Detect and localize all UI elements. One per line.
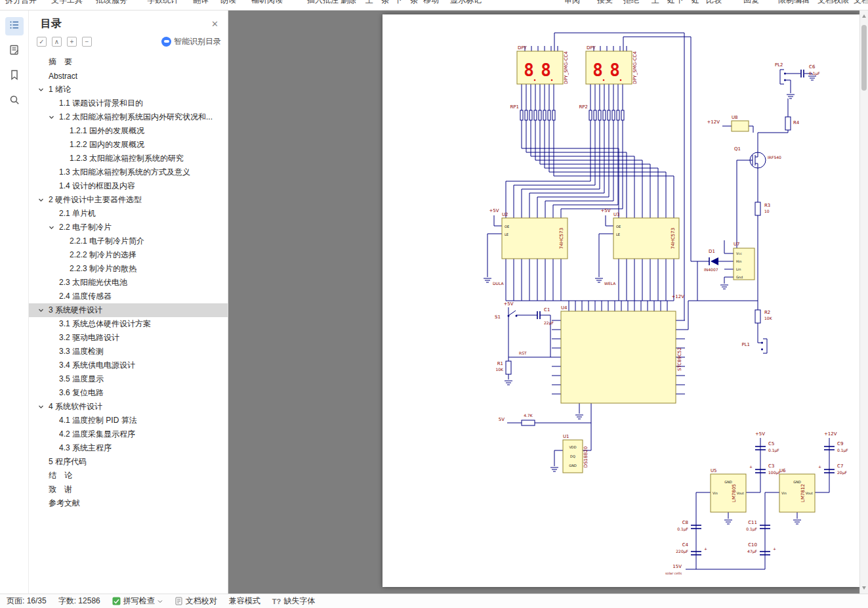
toc-item[interactable]: 5 程序代码 bbox=[29, 455, 228, 469]
toolbar-item[interactable]: 接受 bbox=[597, 0, 613, 6]
toolbar-item[interactable]: 比较 bbox=[706, 0, 722, 6]
toc-item[interactable]: 3 系统硬件设计 bbox=[29, 303, 228, 317]
label-rp1: RP1 bbox=[510, 104, 519, 110]
toolbar-item[interactable]: 文档权限 bbox=[817, 0, 849, 6]
toolbar-item[interactable]: 移动 bbox=[423, 0, 439, 6]
sidebar-bookmark-button[interactable] bbox=[5, 67, 24, 85]
chevron-down-icon[interactable] bbox=[38, 197, 49, 203]
toolbar-item[interactable]: 拒绝 bbox=[623, 0, 639, 6]
smart-toc-button[interactable]: 智能识别目录 bbox=[161, 36, 222, 47]
wire bbox=[786, 80, 791, 93]
resistor-pack-element bbox=[612, 110, 615, 120]
toc-item[interactable]: 1.2 太阳能冰箱控制系统国内外研究状况和... bbox=[29, 110, 228, 124]
toc-item[interactable]: 3.3 温度检测 bbox=[29, 345, 228, 358]
svg-text:+12V: +12V bbox=[707, 119, 720, 125]
toolbar-item[interactable]: 上一处 bbox=[651, 0, 675, 6]
toolbar-item[interactable]: 上一条 bbox=[365, 0, 389, 6]
toc-item[interactable]: 3.5 温度显示 bbox=[29, 372, 228, 386]
toc-item[interactable]: 1 绪论 bbox=[29, 83, 228, 97]
svg-text:220μF: 220μF bbox=[676, 549, 688, 554]
label-wela: WELA bbox=[604, 281, 616, 286]
missing-font-button[interactable]: T? 缺失字体 bbox=[272, 596, 315, 607]
toc-item[interactable]: 2.4 温度传感器 bbox=[29, 290, 228, 303]
sidebar-annotation-button[interactable] bbox=[5, 42, 24, 60]
toc-item-label: 3.1 系统总体硬件设计方案 bbox=[59, 318, 151, 330]
toolbar-item[interactable]: 翻译 bbox=[193, 0, 209, 6]
toc-item[interactable]: 3.4 系统供电电源设计 bbox=[29, 358, 228, 372]
resistor-pack-element bbox=[520, 110, 523, 120]
toc-item[interactable]: 3.2 驱动电路设计 bbox=[29, 331, 228, 345]
toolbar-item[interactable]: 回复 bbox=[743, 0, 759, 6]
toolbar-item[interactable]: 下一处 bbox=[676, 0, 699, 6]
toc-item[interactable]: 1.2.1 国外的发展概况 bbox=[29, 124, 228, 138]
toc-item[interactable]: 2.2.2 制冷片的选择 bbox=[29, 248, 228, 262]
chevron-down-icon[interactable] bbox=[38, 307, 49, 313]
toc-item[interactable]: Abstract bbox=[29, 69, 228, 83]
toolbar-item[interactable]: 文档认证 bbox=[854, 0, 868, 6]
toolbar-item[interactable]: 下一条 bbox=[394, 0, 418, 6]
vertical-scrollbar[interactable] bbox=[859, 11, 868, 594]
chevron-down-icon[interactable] bbox=[38, 87, 49, 93]
toolbar-item[interactable]: 福昕阅读 bbox=[251, 0, 283, 6]
toc-control-checkbox[interactable]: ✓ bbox=[37, 37, 47, 47]
toc-item[interactable]: 2.3 太阳能光伏电池 bbox=[29, 276, 228, 290]
toc-item[interactable]: 4 系统软件设计 bbox=[29, 400, 228, 414]
toc-item[interactable]: 结 论 bbox=[29, 469, 228, 483]
toc-item[interactable]: 3.1 系统总体硬件设计方案 bbox=[29, 317, 228, 331]
scrollbar-thumb[interactable] bbox=[861, 25, 867, 91]
toc-item[interactable]: 致 谢 bbox=[29, 483, 228, 496]
toc-control-collapse-up[interactable]: ∧ bbox=[52, 37, 62, 47]
toc-item[interactable]: 摘 要 bbox=[29, 55, 228, 69]
svg-text:Vin: Vin bbox=[781, 491, 787, 495]
toc-item[interactable]: 1.2.3 太阳能冰箱控制系统的研究 bbox=[29, 152, 228, 165]
document-canvas[interactable]: P1.0P0.0P1.1P0.1P1.2P0.2P1.3P0.3RSTP2.0P… bbox=[228, 11, 868, 594]
close-icon[interactable]: ✕ bbox=[211, 19, 218, 29]
toc-item[interactable]: 2.2.1 电子制冷片简介 bbox=[29, 234, 228, 248]
toc-item[interactable]: 2.2.3 制冷片的散热 bbox=[29, 262, 228, 276]
toc-item-label: Abstract bbox=[49, 72, 77, 81]
toolbar-item[interactable]: 插入批注 bbox=[307, 0, 339, 6]
word-count[interactable]: 字数: 12586 bbox=[58, 596, 100, 607]
toolbar-item[interactable]: 批改服务 bbox=[96, 0, 127, 6]
scroll-down-arrow[interactable] bbox=[862, 586, 866, 590]
toolbar-item[interactable]: 字数统计 bbox=[147, 0, 178, 6]
sidebar-search-button[interactable] bbox=[5, 92, 24, 110]
scroll-up-arrow[interactable] bbox=[862, 14, 866, 18]
toolbar-item[interactable]: 审阅 bbox=[564, 0, 580, 6]
chevron-down-icon[interactable] bbox=[49, 114, 59, 120]
wire bbox=[545, 138, 658, 218]
toc-item[interactable]: 2.1 单片机 bbox=[29, 207, 228, 221]
toc-item[interactable]: 1.1 课题设计背景和目的 bbox=[29, 97, 228, 110]
toc-item[interactable]: 1.2.2 国内的发展概况 bbox=[29, 138, 228, 152]
toc-control-expand-all[interactable]: + bbox=[67, 37, 77, 47]
toolbar-item[interactable]: 显示标记 bbox=[450, 0, 482, 6]
label-u1: U1 bbox=[563, 434, 569, 439]
toc-item[interactable]: 2.2 电子制冷片 bbox=[29, 221, 228, 234]
toc-item[interactable]: 4.1 温度控制 PID 算法 bbox=[29, 414, 228, 427]
ai-icon bbox=[161, 37, 171, 47]
toolbar-item[interactable]: 文字工具 bbox=[51, 0, 83, 6]
svg-text:+5V: +5V bbox=[503, 301, 513, 307]
toolbar-item[interactable]: 朗读 bbox=[220, 0, 236, 6]
resistor-pack-element bbox=[529, 110, 532, 120]
toc-item[interactable]: 3.6 复位电路 bbox=[29, 386, 228, 400]
label-d1: D1 bbox=[709, 249, 715, 254]
wire bbox=[494, 215, 502, 226]
toolbar-item[interactable]: 删除 bbox=[341, 0, 356, 6]
toc-item[interactable]: 1.4 设计的框图及内容 bbox=[29, 179, 228, 193]
toolbar-item[interactable]: 限制编辑 bbox=[778, 0, 810, 6]
chevron-down-icon[interactable] bbox=[38, 404, 49, 410]
toc-item[interactable]: 4.3 系统主程序 bbox=[29, 441, 228, 455]
sidebar-outline-button[interactable] bbox=[5, 17, 24, 35]
toc-control-collapse-all[interactable]: − bbox=[82, 37, 92, 47]
toc-item[interactable]: 2 硬件设计中主要器件选型 bbox=[29, 193, 228, 207]
chevron-down-icon[interactable] bbox=[49, 225, 59, 230]
toc-item[interactable]: 4.2 温度采集显示程序 bbox=[29, 427, 228, 441]
toc-item[interactable]: 参考文献 bbox=[29, 496, 228, 510]
toolbar-item[interactable]: 拆分合并 bbox=[5, 0, 37, 6]
spellcheck-button[interactable]: 拼写检查 bbox=[112, 596, 163, 607]
toc-item[interactable]: 1.3 太阳能冰箱控制系统的方式及意义 bbox=[29, 165, 228, 179]
compat-mode-button[interactable]: 兼容模式 bbox=[229, 596, 260, 607]
proofread-button[interactable]: 文档校对 bbox=[175, 596, 217, 607]
smart-toc-label: 智能识别目录 bbox=[174, 36, 221, 47]
